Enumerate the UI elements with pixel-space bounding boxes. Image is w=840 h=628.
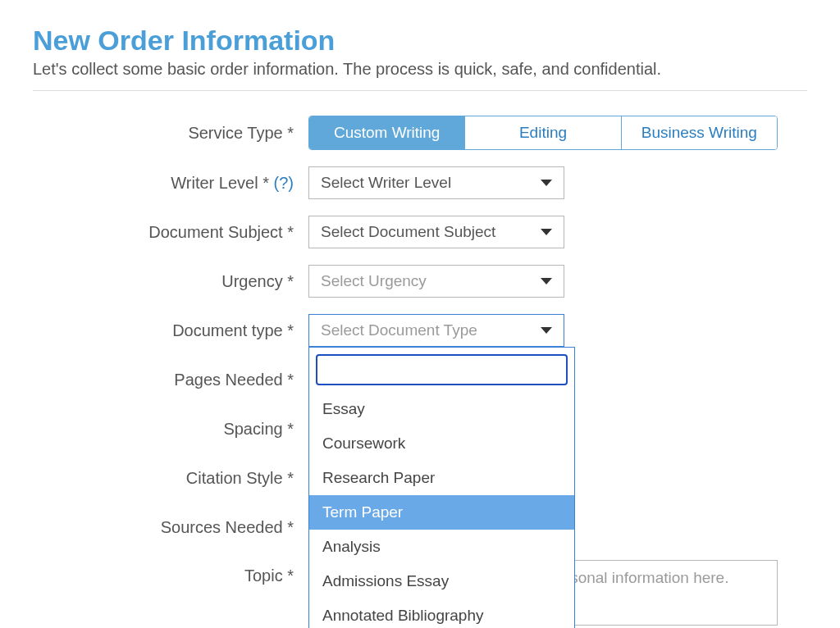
writer-level-select[interactable]: Select Writer Level: [308, 166, 564, 199]
topic-label: Topic *: [33, 560, 308, 585]
dropdown-item-essay[interactable]: Essay: [309, 392, 574, 426]
document-type-search-input[interactable]: [316, 354, 568, 385]
urgency-label: Urgency *: [33, 272, 308, 291]
document-type-label: Document type *: [33, 321, 308, 340]
spacing-label: Spacing *: [33, 420, 308, 439]
chevron-down-icon: [541, 229, 552, 235]
urgency-select[interactable]: Select Urgency: [308, 265, 564, 298]
document-subject-value: Select Document Subject: [321, 223, 495, 241]
document-type-select[interactable]: Select Document Type: [308, 314, 564, 347]
document-type-options: Essay Coursework Research Paper Term Pap…: [316, 392, 568, 628]
service-type-editing[interactable]: Editing: [465, 116, 621, 149]
document-type-value: Select Document Type: [321, 321, 477, 339]
dropdown-item-coursework[interactable]: Coursework: [309, 426, 574, 461]
chevron-down-icon: [541, 180, 552, 186]
sources-needed-label: Sources Needed *: [33, 518, 308, 537]
divider: [33, 90, 807, 91]
chevron-down-icon: [541, 327, 552, 334]
service-type-segmented: Custom Writing Editing Business Writing: [308, 116, 778, 150]
dropdown-item-term-paper[interactable]: Term Paper: [309, 495, 574, 530]
page-title: New Order Information: [33, 25, 807, 57]
dropdown-item-annotated-bibliography[interactable]: Annotated Bibliography: [309, 598, 574, 628]
pages-needed-label: Pages Needed *: [33, 371, 308, 389]
document-type-dropdown: Essay Coursework Research Paper Term Pap…: [308, 347, 575, 628]
service-type-custom-writing[interactable]: Custom Writing: [309, 116, 465, 149]
citation-style-label: Citation Style *: [33, 469, 308, 488]
dropdown-item-research-paper[interactable]: Research Paper: [309, 461, 574, 495]
writer-level-value: Select Writer Level: [321, 174, 451, 192]
dropdown-item-admissions-essay[interactable]: Admissions Essay: [309, 564, 574, 598]
service-type-label: Service Type *: [33, 124, 308, 143]
writer-level-label: Writer Level * (?): [33, 174, 308, 193]
writer-level-help[interactable]: (?): [274, 174, 294, 192]
dropdown-item-analysis[interactable]: Analysis: [309, 530, 574, 564]
urgency-value: Select Urgency: [321, 272, 427, 290]
document-subject-label: Document Subject *: [33, 223, 308, 242]
document-subject-select[interactable]: Select Document Subject: [308, 216, 564, 248]
service-type-business-writing[interactable]: Business Writing: [622, 116, 777, 149]
chevron-down-icon: [541, 278, 552, 284]
page-subtitle: Let's collect some basic order informati…: [33, 60, 807, 79]
